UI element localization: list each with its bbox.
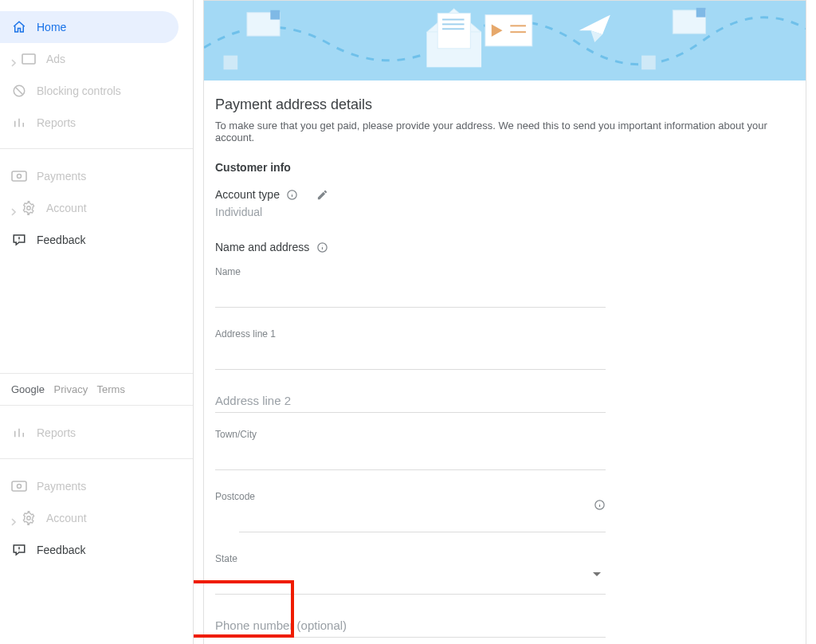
sidebar-item-label: Account — [46, 202, 87, 214]
block-icon — [11, 83, 27, 99]
svg-rect-5 — [12, 481, 26, 491]
feedback-icon — [11, 232, 27, 248]
account-type-row: Account type — [215, 188, 790, 201]
field-label: Name — [215, 266, 606, 277]
field-address2 — [215, 391, 606, 413]
name-input[interactable] — [215, 285, 606, 308]
field-label: State — [215, 553, 606, 564]
svg-rect-2 — [12, 171, 26, 181]
name-address-label: Name and address — [215, 241, 309, 253]
svg-point-6 — [18, 485, 22, 489]
sidebar-item-label: Ads — [46, 53, 65, 65]
svg-rect-10 — [270, 10, 280, 20]
payments-icon — [11, 478, 27, 494]
feedback-icon — [11, 542, 27, 558]
sidebar-item-reports[interactable]: Reports — [0, 107, 193, 139]
town-input[interactable] — [215, 448, 606, 470]
payment-card: Payment address details To make sure tha… — [203, 0, 806, 644]
page-title: Payment address details — [215, 96, 790, 113]
field-address1: Address line 1 — [215, 328, 606, 370]
field-label: Address line 1 — [215, 328, 606, 340]
hero-banner — [204, 1, 806, 80]
expand-icon — [11, 206, 16, 210]
field-town: Town/City — [215, 429, 606, 470]
gear-icon — [21, 510, 37, 526]
sidebar-item-label: Payments — [37, 480, 86, 493]
field-name: Name — [215, 266, 606, 308]
svg-rect-0 — [22, 54, 35, 64]
phone-input[interactable] — [215, 615, 606, 638]
field-label: Postcode — [215, 491, 606, 502]
sidebar-item-payments[interactable]: Payments — [0, 160, 193, 192]
field-state: State — [215, 553, 606, 595]
sidebar-item-label: Home — [37, 21, 66, 33]
sidebar-item-label: Feedback — [37, 544, 85, 556]
sidebar-item-account-2[interactable]: Account — [0, 502, 193, 534]
name-address-row: Name and address — [215, 241, 790, 253]
state-select[interactable] — [215, 572, 606, 595]
expand-icon — [11, 57, 16, 61]
address2-input[interactable] — [215, 391, 606, 413]
sidebar-item-account[interactable]: Account — [0, 192, 193, 224]
svg-rect-11 — [224, 56, 238, 70]
page-subtitle: To make sure that you get paid, please p… — [215, 120, 790, 143]
sidebar-item-label: Payments — [37, 170, 86, 183]
info-icon[interactable] — [594, 499, 606, 513]
sidebar-item-feedback-2[interactable]: Feedback — [0, 534, 193, 566]
home-icon — [11, 19, 27, 35]
payments-icon — [11, 168, 27, 184]
address1-input[interactable] — [215, 348, 606, 370]
chart-bar-icon — [11, 115, 27, 131]
field-phone — [215, 615, 606, 638]
sidebar-item-blocking[interactable]: Blocking controls — [0, 75, 193, 107]
google-logo: Google — [11, 383, 45, 395]
main-content: Payment address details To make sure tha… — [194, 0, 816, 644]
svg-point-7 — [27, 516, 31, 520]
svg-rect-14 — [437, 14, 470, 49]
sidebar-item-payments-2[interactable]: Payments — [0, 470, 193, 502]
sidebar: Home Ads Blocking controls — [0, 0, 194, 644]
info-icon[interactable] — [286, 188, 299, 201]
sidebar-item-label: Reports — [37, 426, 76, 439]
svg-rect-24 — [641, 56, 656, 70]
svg-point-4 — [27, 206, 31, 210]
footer-links: Google Privacy Terms — [0, 374, 193, 405]
field-postcode: Postcode — [215, 491, 606, 532]
sidebar-item-home[interactable]: Home — [0, 11, 178, 43]
terms-link[interactable]: Terms — [97, 383, 125, 395]
postcode-input[interactable] — [239, 510, 606, 532]
chevron-down-icon — [593, 572, 601, 576]
sidebar-item-reports-2[interactable]: Reports — [0, 417, 193, 449]
sidebar-item-label: Feedback — [37, 234, 85, 246]
gear-icon — [21, 200, 37, 216]
svg-rect-26 — [696, 8, 706, 18]
sidebar-item-label: Blocking controls — [37, 84, 121, 97]
account-type-value: Individual — [215, 206, 790, 218]
field-label: Town/City — [215, 429, 606, 440]
chart-bar-icon — [11, 425, 27, 441]
svg-point-3 — [18, 175, 22, 179]
privacy-link[interactable]: Privacy — [54, 383, 88, 395]
expand-icon — [11, 516, 16, 520]
account-type-label: Account type — [215, 188, 280, 201]
sidebar-item-label: Reports — [37, 116, 76, 129]
sidebar-item-ads[interactable]: Ads — [0, 43, 193, 75]
section-customer-info: Customer info — [215, 161, 790, 174]
pencil-icon[interactable] — [316, 188, 329, 201]
info-icon[interactable] — [316, 241, 328, 253]
sidebar-item-feedback[interactable]: Feedback — [0, 224, 193, 256]
ad-icon — [21, 51, 37, 67]
sidebar-item-label: Account — [46, 512, 87, 524]
